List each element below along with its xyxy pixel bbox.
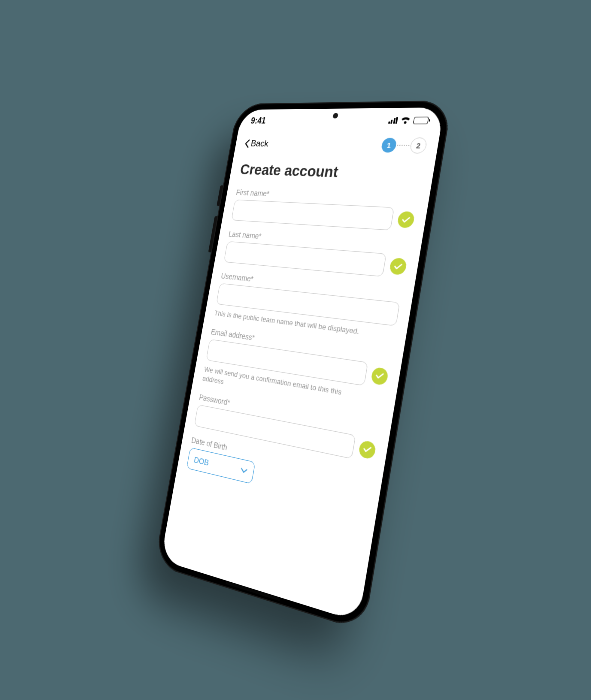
step-1[interactable]: 1 bbox=[381, 138, 397, 153]
step-2[interactable]: 2 bbox=[409, 137, 428, 154]
progress-stepper: 1 2 bbox=[381, 137, 428, 154]
check-icon bbox=[370, 366, 389, 386]
field-first-name: First name* bbox=[231, 188, 418, 232]
back-label: Back bbox=[250, 138, 269, 149]
battery-icon bbox=[413, 117, 429, 124]
step-connector bbox=[397, 145, 409, 146]
phone-chin-slot bbox=[225, 581, 281, 601]
phone-body: 9:41 bbox=[154, 100, 453, 632]
last-name-input[interactable] bbox=[224, 241, 387, 277]
status-indicators bbox=[388, 117, 429, 124]
status-time: 9:41 bbox=[250, 116, 267, 126]
page-title: Create account bbox=[239, 161, 423, 184]
screen: 9:41 bbox=[161, 108, 445, 622]
first-name-input[interactable] bbox=[231, 200, 395, 230]
check-icon bbox=[358, 440, 377, 460]
field-last-name: Last name* bbox=[224, 230, 410, 279]
dob-select-label: DOB bbox=[193, 454, 210, 467]
form-content: Create account First name* Last bbox=[161, 153, 436, 622]
phone-mockup: 9:41 bbox=[154, 100, 453, 632]
wifi-icon bbox=[400, 117, 411, 124]
back-button[interactable]: Back bbox=[244, 136, 270, 151]
cellular-signal-icon bbox=[388, 117, 398, 124]
field-username: Username* This is the public team name t… bbox=[213, 272, 402, 342]
header: Back 1 2 bbox=[234, 132, 440, 156]
check-icon bbox=[389, 258, 407, 275]
chevron-down-icon bbox=[240, 467, 248, 474]
field-dob: Date of Birth DOB bbox=[187, 435, 372, 511]
status-bar: 9:41 bbox=[238, 108, 445, 133]
check-icon bbox=[397, 211, 415, 228]
chevron-left-icon bbox=[244, 140, 250, 148]
